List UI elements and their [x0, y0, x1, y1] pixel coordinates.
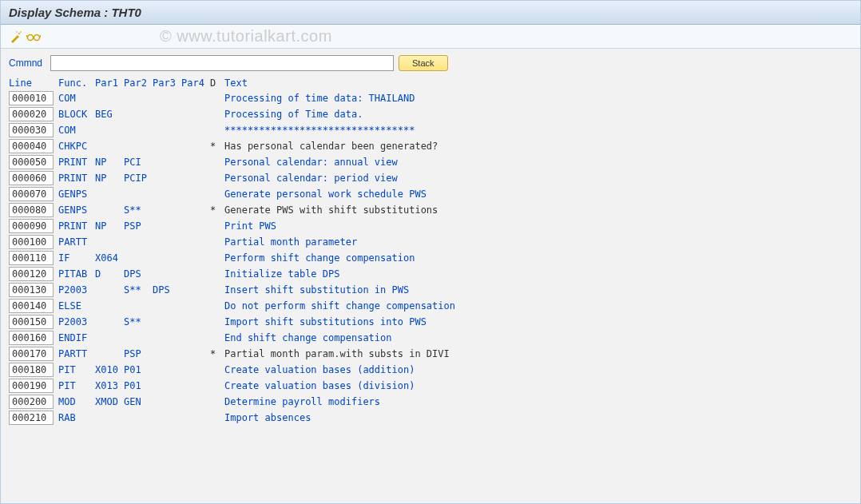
cell-text: Import absences — [224, 412, 852, 423]
line-number-input[interactable] — [9, 235, 54, 249]
line-number-input[interactable] — [9, 283, 54, 297]
col-header-par2: Par2 — [124, 77, 153, 89]
cell-text: Initialize table DPS — [224, 268, 852, 280]
table-row: PITX013P01Create valuation bases (divisi… — [9, 378, 852, 394]
table-row: ENDIFEnd shift change compensation — [9, 330, 852, 346]
table-row: P2003S**DPSInsert shift substitution in … — [9, 282, 852, 298]
line-number-input[interactable] — [9, 315, 54, 329]
line-number-input[interactable] — [9, 267, 54, 281]
line-number-input[interactable] — [9, 91, 54, 105]
cell-func: PITAB — [58, 268, 95, 280]
table-row: COM********************************* — [9, 122, 852, 138]
svg-point-2 — [16, 31, 18, 33]
cell-par2: P01 — [124, 380, 153, 391]
stack-button[interactable]: Stack — [399, 55, 448, 71]
cell-text: Personal calendar: annual view — [224, 157, 852, 168]
col-header-text: Text — [224, 77, 852, 89]
line-number-input[interactable] — [9, 251, 54, 265]
svg-point-3 — [28, 34, 34, 40]
col-header-d: D — [210, 77, 224, 89]
line-number-input[interactable] — [9, 171, 54, 185]
cell-func: PRINT — [58, 173, 95, 184]
cell-func: PIT — [58, 364, 95, 375]
cell-par1: X010 — [95, 364, 124, 375]
grid-header: Line Func. Par1 Par2 Par3 Par4 D Text — [9, 76, 852, 90]
toolbar — [1, 25, 860, 49]
cell-text: Determine payroll modifiers — [224, 396, 852, 407]
cell-text: Import shift substitutions into PWS — [224, 316, 852, 327]
cell-text: Processing of Time data. — [224, 109, 852, 120]
cell-par2: PCI — [124, 157, 153, 168]
line-number-input[interactable] — [9, 155, 54, 169]
cell-func: P2003 — [58, 316, 95, 327]
line-number-input[interactable] — [9, 139, 54, 153]
cell-func: ELSE — [58, 300, 95, 312]
cell-func: RAB — [58, 412, 95, 423]
magic-wand-icon[interactable] — [9, 30, 23, 44]
line-number-input[interactable] — [9, 203, 54, 217]
table-row: PRINTNPPCIPPersonal calendar: period vie… — [9, 170, 852, 186]
cell-text: ********************************* — [224, 125, 852, 136]
cell-text: Partial month param.with substs in DIVI — [224, 348, 852, 359]
line-number-input[interactable] — [9, 219, 54, 233]
line-number-input[interactable] — [9, 123, 54, 137]
cell-par2: S** — [124, 284, 153, 296]
command-row: Cmmnd Stack — [9, 55, 852, 71]
command-input[interactable] — [50, 55, 394, 71]
line-number-input[interactable] — [9, 379, 54, 393]
table-row: PITX010P01Create valuation bases (additi… — [9, 362, 852, 378]
cell-text: Create valuation bases (addition) — [224, 364, 852, 375]
cell-par2: GEN — [124, 396, 153, 407]
line-number-input[interactable] — [9, 395, 54, 409]
table-row: RABImport absences — [9, 410, 852, 426]
cell-func: PIT — [58, 380, 95, 391]
cell-par2: PSP — [124, 348, 153, 359]
cell-func: BLOCK — [58, 109, 95, 120]
cell-func: GENPS — [58, 189, 95, 200]
table-row: MODXMODGENDetermine payroll modifiers — [9, 394, 852, 410]
cell-par2: S** — [124, 316, 153, 327]
cell-func: COM — [58, 125, 95, 136]
cell-par2: PCIP — [124, 173, 153, 184]
cell-func: P2003 — [58, 284, 95, 296]
cell-d: * — [210, 141, 224, 152]
table-row: GENPSGenerate personal work schedule PWS — [9, 186, 852, 202]
col-header-func: Func. — [58, 77, 95, 89]
cell-par1: NP — [95, 220, 124, 232]
cell-func: PRINT — [58, 220, 95, 232]
table-row: GENPSS***Generate PWS with shift substit… — [9, 202, 852, 218]
line-number-input[interactable] — [9, 107, 54, 121]
line-number-input[interactable] — [9, 347, 54, 361]
cell-d: * — [210, 204, 224, 216]
cell-func: MOD — [58, 396, 95, 407]
cell-par2: PSP — [124, 220, 153, 232]
cell-text: Insert shift substitution in PWS — [224, 284, 852, 296]
table-row: PARTTPSP*Partial month param.with substs… — [9, 346, 852, 362]
cell-text: Personal calendar: period view — [224, 173, 852, 184]
line-number-input[interactable] — [9, 411, 54, 425]
cell-func: PARTT — [58, 236, 95, 248]
cell-par3: DPS — [153, 284, 181, 296]
cell-par2: DPS — [124, 268, 153, 280]
table-row: PRINTNPPSPPrint PWS — [9, 218, 852, 234]
line-number-input[interactable] — [9, 363, 54, 377]
cell-text: Generate PWS with shift substitutions — [224, 204, 852, 216]
cell-text: Print PWS — [224, 220, 852, 232]
cell-func: CHKPC — [58, 141, 95, 152]
col-header-par4: Par4 — [181, 77, 210, 89]
glasses-icon[interactable] — [26, 30, 41, 44]
line-number-input[interactable] — [9, 187, 54, 201]
svg-point-1 — [20, 31, 22, 33]
cell-func: PRINT — [58, 157, 95, 168]
line-number-input[interactable] — [9, 299, 54, 313]
cell-d: * — [210, 348, 224, 359]
line-number-input[interactable] — [9, 331, 54, 345]
main-area: Cmmnd Stack Line Func. Par1 Par2 Par3 Pa… — [1, 49, 860, 432]
table-row: CHKPC*Has personal calendar been generat… — [9, 138, 852, 154]
cell-text: Generate personal work schedule PWS — [224, 189, 852, 200]
table-row: PRINTNPPCIPersonal calendar: annual view — [9, 154, 852, 170]
cell-text: Has personal calendar been generated? — [224, 141, 852, 152]
col-header-line: Line — [9, 77, 58, 89]
cell-par1: NP — [95, 173, 124, 184]
cell-par1: XMOD — [95, 396, 124, 407]
